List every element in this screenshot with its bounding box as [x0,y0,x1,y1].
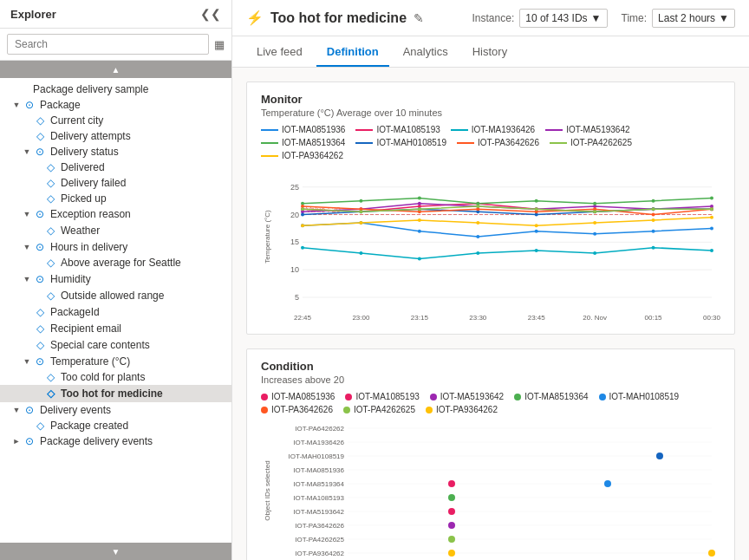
tree-item-icon: ◇ [33,114,47,127]
svg-point-37 [301,246,304,250]
sidebar-item-humidity[interactable]: ▼⊙Humidity··· [0,270,231,288]
svg-point-124 [448,494,455,501]
instance-select[interactable]: 10 of 143 IDs ▼ [519,9,607,28]
search-input[interactable] [7,34,209,55]
tab-definition[interactable]: Definition [316,38,389,67]
tree-item-label: Delivery attempts [50,130,228,142]
tree-item-icon: ◇ [33,130,47,142]
sidebar-item-above-average-seattle[interactable]: ◇Above average for Seattle [0,255,231,270]
sidebar-item-pkg-delivery[interactable]: Package delivery sample [0,81,231,97]
tree-item-icon: ⊙ [33,208,47,220]
tree-item-icon: ⊙ [33,273,47,285]
sidebar-collapse-button[interactable]: ❮❮ [200,7,221,21]
page-title-area: ⚡ Too hot for medicine ✎ [246,10,424,26]
tree-item-label: Special care contents [50,339,211,351]
svg-point-43 [652,246,655,250]
svg-point-129 [708,550,715,557]
sidebar-item-exception-reason[interactable]: ▼⊙Exception reason [0,206,231,222]
tree-item-icon: ◇ [33,322,47,335]
sidebar-item-current-city[interactable]: ◇Current city [0,113,231,128]
sidebar-item-too-hot-medicine[interactable]: ◇Too hot for medicine··· [0,385,231,402]
tree-item-label: Package delivery events [40,435,228,447]
tree-item-label: Recipient email [50,322,228,335]
legend-label: IOT-PA3642626 [478,138,539,147]
svg-text:22:45: 22:45 [294,314,312,322]
legend-label: IOT-MA1936426 [472,125,535,134]
sidebar-item-too-cold-plants[interactable]: ◇Too cold for plants [0,369,231,385]
sidebar-item-delivery-events[interactable]: ▼⊙Delivery events [0,402,231,418]
svg-text:23:00: 23:00 [352,314,370,322]
monitor-subtitle: Temperature (°C) Average over 10 minutes [261,107,720,118]
sidebar-item-hours-in-delivery[interactable]: ▼⊙Hours in delivery [0,239,231,255]
tab-analytics[interactable]: Analytics [393,38,459,67]
time-label: Time: [622,12,648,24]
sidebar-item-weather[interactable]: ◇Weather··· [0,222,231,239]
svg-point-77 [301,207,304,211]
sidebar-item-delivered[interactable]: ◇Delivered [0,160,231,175]
chevron-icon: ▼ [21,357,33,366]
sidebar-item-special-care-contents[interactable]: ◇Special care contents··· [0,336,231,354]
sidebar-item-package-id[interactable]: ◇PackageId··· [0,303,231,321]
time-select[interactable]: Last 2 hours ▼ [652,9,735,28]
legend-line [451,129,468,131]
svg-point-92 [710,216,713,219]
tree-item-label: Delivered [61,161,228,173]
legend-line [261,155,278,157]
condition-legend-item-c8: IOT-PA9364262 [426,405,498,414]
svg-text:IOT-PA9364262: IOT-PA9364262 [295,550,344,557]
sidebar-item-package-created[interactable]: ◇Package created [0,418,231,433]
legend-line [355,142,373,144]
sidebar-item-outside-allowed-range[interactable]: ◇Outside allowed range [0,288,231,303]
tab-live-feed[interactable]: Live feed [246,38,313,67]
sidebar-item-pkg-delivery-events[interactable]: ►⊙Package delivery events [0,433,231,449]
filter-icon[interactable]: ▦ [214,38,225,51]
chevron-icon: ▼ [10,101,23,109]
svg-point-58 [593,202,596,205]
sidebar-item-picked-up[interactable]: ◇Picked up [0,191,231,206]
legend-line [261,129,278,131]
legend-label: IOT-MA5193642 [566,125,629,134]
sidebar-item-delivery-attempts[interactable]: ◇Delivery attempts [0,128,231,144]
svg-text:23:30: 23:30 [469,314,487,322]
chevron-down-icon: ▼ [591,12,602,24]
scroll-up-arrow[interactable]: ▲ [0,61,231,78]
svg-point-23 [418,230,421,233]
main-content: ⚡ Too hot for medicine ✎ Instance: 10 of… [232,0,749,560]
tab-history[interactable]: History [462,38,518,67]
legend-dot [514,394,521,400]
tree-item-icon: ◇ [43,387,57,400]
tree-item-label: Too hot for medicine [61,387,211,400]
sidebar-item-recipient-email[interactable]: ◇Recipient email [0,321,231,336]
tree-item-icon: ◇ [43,161,57,173]
legend-item-iot6: IOT-MAH0108519 [355,138,446,147]
sidebar-item-delivery-status[interactable]: ▼⊙Delivery status [0,144,231,160]
condition-legend-label: IOT-MAH0108519 [609,392,680,401]
monitor-title: Monitor [261,93,720,106]
legend-label: IOT-MA8519364 [282,138,345,147]
tree-item-label: Outside allowed range [61,290,228,302]
edit-icon[interactable]: ✎ [414,11,424,25]
scroll-down-arrow[interactable]: ▼ [0,543,231,560]
condition-legend-label: IOT-MA0851936 [271,392,335,401]
sidebar-item-temperature-c[interactable]: ▼⊙Temperature (°C) [0,354,231,369]
condition-card: Condition Increases above 20 IOT-MA08519… [246,348,735,560]
lightning-icon: ⚡ [246,10,264,26]
legend-line [550,142,567,144]
chevron-down-icon: ▼ [719,12,729,24]
svg-text:10: 10 [290,265,299,274]
sidebar-item-package[interactable]: ▼⊙Package [0,97,231,113]
sidebar-item-delivery-failed[interactable]: ◇Delivery failed [0,175,231,191]
svg-text:IOT-MA1936426: IOT-MA1936426 [293,439,344,446]
legend-item-iot3: IOT-MA1936426 [451,125,535,134]
svg-text:Temperature (°C): Temperature (°C) [264,210,271,264]
condition-legend-item-c1: IOT-MA0851936 [261,392,335,401]
svg-point-27 [652,230,655,233]
svg-point-40 [476,251,479,255]
tree-item-icon: ◇ [43,192,57,205]
tree-item-label: Package delivery sample [33,83,228,95]
chevron-icon: ▼ [10,406,23,414]
tree-item-icon: ◇ [33,420,47,432]
svg-point-130 [656,453,663,459]
tree-item-icon: ⊙ [23,435,36,447]
svg-point-26 [593,232,596,236]
